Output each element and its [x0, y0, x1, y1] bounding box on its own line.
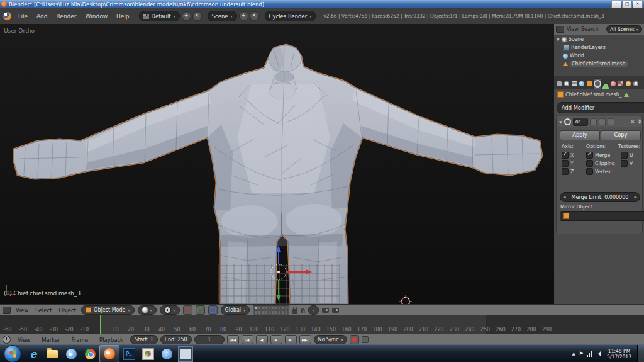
scene-selector[interactable]: Scene ▾ — [208, 11, 237, 21]
timeline-marker-menu[interactable]: Marker — [37, 337, 64, 343]
layout-add-button[interactable]: + — [182, 11, 191, 21]
tab-scene[interactable] — [563, 79, 570, 89]
apply-button[interactable]: Apply — [560, 130, 600, 140]
timeline-editor[interactable]: -60-50-40-30-20-101020304050607080901001… — [0, 315, 644, 334]
render-visibility-toggle[interactable] — [590, 118, 597, 125]
timeline-playback-menu[interactable]: Playback — [95, 337, 128, 343]
menu-file[interactable]: File — [14, 13, 32, 20]
merge-checkbox[interactable]: Merge — [586, 152, 610, 159]
snap-magnet-icon[interactable]: U — [301, 307, 305, 314]
textures-u-checkbox[interactable]: U — [621, 152, 633, 159]
axis-y-checkbox[interactable]: Y — [562, 160, 574, 167]
add-modifier-dropdown[interactable]: Add Modifier ▾ — [557, 102, 644, 113]
textures-v-checkbox[interactable]: V — [621, 160, 633, 167]
outliner-item-scene[interactable]: ▼ Scene — [554, 35, 644, 43]
layers-widget[interactable] — [253, 305, 289, 315]
taskbar-media-player-icon[interactable]: ▶ — [62, 346, 80, 362]
taskbar-explorer-icon[interactable] — [43, 346, 62, 362]
tab-object[interactable] — [586, 79, 593, 89]
close-button[interactable]: ✕ — [633, 1, 643, 8]
timeline-ruler-ticks[interactable]: -60-50-40-30-20-101020304050607080901001… — [0, 315, 644, 334]
viewport-editor-icon[interactable] — [3, 307, 11, 314]
taskbar-itunes-icon[interactable]: ♪ — [157, 346, 176, 362]
lock-icon[interactable] — [292, 309, 297, 314]
menu-help[interactable]: Help — [112, 13, 134, 20]
opengl-render-icon[interactable] — [322, 308, 329, 313]
menu-add[interactable]: Add — [32, 13, 52, 20]
outliner-editor-icon[interactable] — [556, 26, 564, 33]
outliner-item-world[interactable]: World — [554, 52, 644, 60]
copy-button[interactable]: Copy — [601, 130, 641, 140]
outliner-scope-selector[interactable]: All Scenes ▾ — [606, 25, 642, 33]
pivot-selector[interactable]: ▾ — [160, 305, 180, 315]
clipping-checkbox[interactable]: Clipping — [586, 160, 615, 167]
taskbar-calculator-icon[interactable] — [176, 346, 195, 362]
select-menu[interactable]: Select — [33, 307, 53, 314]
menu-render[interactable]: Render — [52, 13, 81, 20]
minimize-button[interactable]: – — [611, 1, 621, 8]
tab-object-data[interactable] — [602, 79, 609, 89]
delete-modifier-button[interactable]: ✕ — [630, 119, 635, 125]
scene-delete-button[interactable]: ✕ — [250, 11, 259, 21]
outliner-item-mesh[interactable]: Chief.chief.smd.mesh — [554, 60, 644, 68]
action-center-flag-icon[interactable]: ⚑ — [579, 351, 584, 357]
scene-add-button[interactable]: + — [239, 11, 248, 21]
axis-z-checkbox[interactable]: Z — [562, 168, 574, 175]
timeline-view-menu[interactable]: View — [13, 337, 35, 343]
taskbar-photoshop-icon[interactable]: Ps — [119, 346, 138, 362]
increment-arrow-icon[interactable]: ▶ — [634, 195, 637, 199]
decrement-arrow-icon[interactable]: ◀ — [563, 195, 566, 199]
menu-window[interactable]: Window — [81, 13, 113, 20]
volume-icon[interactable] — [595, 351, 601, 357]
tab-particles[interactable] — [625, 79, 632, 89]
tab-modifiers[interactable] — [593, 78, 602, 89]
modifier-header[interactable]: ▼ or ✕ ▲▼ — [557, 116, 642, 127]
taskbar-chrome-icon[interactable] — [80, 346, 99, 362]
tab-physics[interactable] — [632, 79, 640, 89]
mode-selector[interactable]: Object Mode ▾ — [81, 305, 134, 315]
modifier-name-field[interactable]: or — [573, 118, 588, 126]
disclosure-triangle-icon[interactable]: ▼ — [557, 37, 560, 42]
snap-element-selector[interactable]: ▾ — [308, 305, 319, 315]
mirror-object-field[interactable] — [560, 211, 644, 221]
screen-layout-selector[interactable]: Default ▾ — [139, 11, 180, 21]
record-button[interactable] — [350, 335, 359, 344]
keying-set-icon[interactable] — [362, 336, 369, 343]
modifier-reorder-buttons[interactable]: ▲▼ — [638, 118, 641, 125]
maximize-button[interactable]: □ — [622, 1, 632, 8]
start-button[interactable] — [4, 345, 21, 362]
current-frame-field[interactable]: 1 — [194, 335, 225, 344]
jump-to-next-keyframe-button[interactable]: ▶| — [285, 335, 297, 344]
tab-render[interactable] — [555, 79, 563, 89]
merge-limit-field[interactable]: ◀ Merge Limit: 0.000000 ▶ — [560, 192, 640, 202]
show-desktop-button[interactable] — [637, 345, 644, 362]
network-icon[interactable] — [587, 351, 592, 357]
tab-render-layers[interactable] — [570, 79, 578, 89]
viewport-visibility-toggle[interactable] — [599, 118, 606, 125]
jump-to-start-button[interactable]: |◀◀ — [227, 335, 239, 344]
opengl-animation-icon[interactable] — [332, 308, 339, 313]
frame-start-field[interactable]: Start: 1 — [130, 335, 158, 344]
tray-clock[interactable]: 11:48 PM 5/17/2013 — [607, 348, 631, 359]
outliner-search-menu[interactable]: Search — [581, 26, 598, 32]
timeline-editor-icon[interactable] — [3, 336, 11, 344]
jump-to-end-button[interactable]: ▶▶| — [299, 335, 311, 344]
tab-world[interactable] — [578, 79, 586, 89]
outliner-view-menu[interactable]: View — [567, 26, 579, 32]
translate-manipulator-button[interactable] — [183, 305, 192, 315]
tab-texture[interactable] — [617, 79, 625, 89]
scene-canvas[interactable] — [0, 24, 554, 304]
orientation-selector[interactable]: Global ▾ — [221, 305, 250, 315]
vertex-checkbox[interactable]: Vertex — [586, 168, 611, 175]
tab-material[interactable] — [609, 79, 617, 89]
editmode-visibility-toggle[interactable] — [608, 118, 614, 125]
outliner-item-renderlayers[interactable]: RenderLayers — [554, 43, 644, 52]
disclosure-triangle-icon[interactable]: ▼ — [559, 120, 562, 124]
taskbar-paint-icon[interactable] — [138, 346, 157, 362]
axis-x-checkbox[interactable]: X — [562, 152, 574, 159]
scale-manipulator-button[interactable] — [208, 305, 218, 315]
blender-logo-icon[interactable] — [3, 12, 11, 20]
play-button[interactable]: ▶ — [270, 335, 282, 344]
show-hidden-icons-button[interactable]: ▲ — [572, 351, 575, 356]
current-frame-indicator[interactable] — [100, 315, 101, 334]
